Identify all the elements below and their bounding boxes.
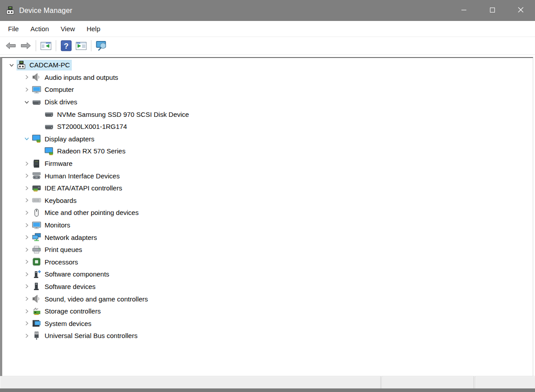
tree-item[interactable]: Processors [32, 256, 80, 267]
chevron-collapsed-icon[interactable] [22, 208, 32, 218]
tree-item[interactable]: System devices [32, 318, 93, 329]
tree-row[interactable]: Print queues [2, 243, 533, 256]
tree-item-label: Print queues [45, 246, 82, 253]
tree-row[interactable]: Storage controllers [2, 305, 533, 318]
chevron-collapsed-icon[interactable] [22, 245, 32, 255]
window-controls [449, 0, 535, 21]
selected-tree-item[interactable]: CADCAM-PC [16, 60, 72, 70]
tree-row[interactable]: Universal Serial Bus controllers [2, 330, 533, 342]
tree-item[interactable]: ST2000LX001-1RG174 [44, 121, 129, 132]
chevron-collapsed-icon[interactable] [22, 159, 32, 169]
tree-row[interactable]: IDE ATA/ATAPI controllers [2, 182, 533, 194]
tree-item[interactable]: Keyboards [32, 195, 78, 206]
tree-item-label: Human Interface Devices [45, 172, 119, 180]
tree-row[interactable]: Network adapters [2, 231, 533, 243]
tree-item[interactable]: Computer [32, 84, 76, 95]
tree-item-label: IDE ATA/ATAPI controllers [45, 184, 122, 192]
device-manager-icon [17, 61, 26, 70]
tree-item[interactable]: Monitors [32, 220, 72, 231]
tree-row[interactable]: Human Interface Devices [2, 169, 533, 182]
maximize-button[interactable] [478, 0, 506, 21]
chevron-collapsed-icon[interactable] [22, 269, 32, 279]
processor-chip-icon [32, 257, 41, 266]
tree-row[interactable]: System devices [2, 317, 533, 330]
tree-item[interactable]: Disk drives [32, 97, 79, 107]
toolbar-separator [91, 40, 91, 51]
tree-item[interactable]: Human Interface Devices [32, 170, 121, 181]
chevron-collapsed-icon[interactable] [22, 331, 32, 341]
tree-row[interactable]: Monitors [2, 219, 533, 231]
chevron-collapsed-icon[interactable] [22, 306, 32, 316]
chevron-collapsed-icon[interactable] [22, 195, 32, 205]
menu-item-file[interactable]: File [2, 22, 25, 36]
scan-hardware-changes-button[interactable] [94, 39, 109, 53]
tree-row[interactable]: Audio inputs and outputs [2, 71, 533, 84]
chevron-expanded-hover-icon[interactable] [22, 134, 32, 144]
chevron-collapsed-icon[interactable] [22, 232, 32, 242]
window-title: Device Manager [19, 7, 72, 15]
chevron-collapsed-icon[interactable] [22, 294, 32, 304]
tree-item[interactable]: Display adapters [32, 133, 96, 144]
chevron-collapsed-icon[interactable] [22, 257, 32, 267]
menu-item-help[interactable]: Help [81, 22, 106, 36]
tree-item[interactable]: Print queues [32, 244, 84, 255]
close-button[interactable] [506, 0, 535, 21]
menu-item-view[interactable]: View [55, 22, 81, 36]
tree-row[interactable]: Computer [2, 83, 533, 96]
chevron-collapsed-icon[interactable] [22, 171, 32, 181]
status-bar [0, 376, 535, 388]
tree-row[interactable]: Software devices [2, 281, 533, 293]
keyboard-icon [32, 196, 41, 205]
chevron-collapsed-icon[interactable] [22, 318, 32, 328]
show-console-tree-button[interactable] [38, 39, 54, 53]
chevron-collapsed-icon[interactable] [22, 72, 32, 82]
tree-row[interactable]: Firmware [2, 157, 533, 170]
tree-item[interactable]: Mice and other pointing devices [32, 207, 140, 218]
tree-item[interactable]: Firmware [32, 158, 74, 169]
tree-item[interactable]: Universal Serial Bus controllers [32, 330, 139, 341]
tree-item-label: Universal Serial Bus controllers [45, 332, 137, 339]
tree-row[interactable]: Software components [2, 268, 533, 281]
tree-item[interactable]: Sound, video and game controllers [32, 293, 150, 304]
chevron-collapsed-icon[interactable] [22, 183, 32, 193]
chevron-expanded-icon[interactable] [22, 97, 32, 107]
tree-row[interactable]: CADCAM-PC [2, 59, 533, 71]
tree-item[interactable]: Software components [32, 269, 111, 280]
tree-item[interactable]: Audio inputs and outputs [32, 72, 120, 83]
tree-item-label: CADCAM-PC [29, 61, 70, 69]
tree-row[interactable]: Sound, video and game controllers [2, 293, 533, 305]
tree-row[interactable]: Radeon RX 570 Series [2, 145, 533, 157]
tree-item[interactable]: Software devices [32, 281, 97, 292]
software-component-icon [32, 270, 41, 279]
show-action-pane-button[interactable] [74, 39, 89, 53]
tree-item[interactable]: Radeon RX 570 Series [44, 146, 127, 157]
show-action-pane-icon [75, 41, 87, 51]
tree-item-label: Keyboards [45, 197, 77, 204]
chevron-expanded-icon[interactable] [7, 60, 16, 70]
minimize-button[interactable] [449, 0, 478, 21]
tree-row[interactable]: Processors [2, 256, 533, 268]
tree-row[interactable]: Disk drives [2, 96, 533, 108]
back-button[interactable] [3, 39, 18, 53]
chevron-collapsed-icon[interactable] [22, 220, 32, 230]
help-button[interactable]: ? [58, 39, 74, 53]
tree-item[interactable]: Network adapters [32, 232, 99, 243]
disk-drive-icon [45, 122, 54, 131]
tree-item[interactable]: NVMe Samsung SSD 970 SCSI Disk Device [44, 109, 191, 120]
tree-item[interactable]: IDE ATA/ATAPI controllers [32, 183, 124, 194]
tree-item-label: Disk drives [45, 98, 77, 106]
forward-button[interactable] [18, 39, 33, 53]
chevron-collapsed-icon[interactable] [22, 281, 32, 291]
tree-row[interactable]: Keyboards [2, 194, 533, 207]
tree-item[interactable]: Storage controllers [32, 306, 103, 317]
chevron-collapsed-icon[interactable] [22, 85, 32, 95]
storage-controller-icon [32, 307, 41, 316]
tree-row[interactable]: Display adapters [2, 133, 533, 145]
tree-item-label: Audio inputs and outputs [45, 74, 118, 81]
tree-row[interactable]: Mice and other pointing devices [2, 206, 533, 219]
monitor-icon [32, 85, 41, 94]
tree-row[interactable]: NVMe Samsung SSD 970 SCSI Disk Device [2, 108, 533, 120]
titlebar: Device Manager [0, 0, 535, 21]
tree-row[interactable]: ST2000LX001-1RG174 [2, 120, 533, 133]
menu-item-action[interactable]: Action [25, 22, 55, 36]
